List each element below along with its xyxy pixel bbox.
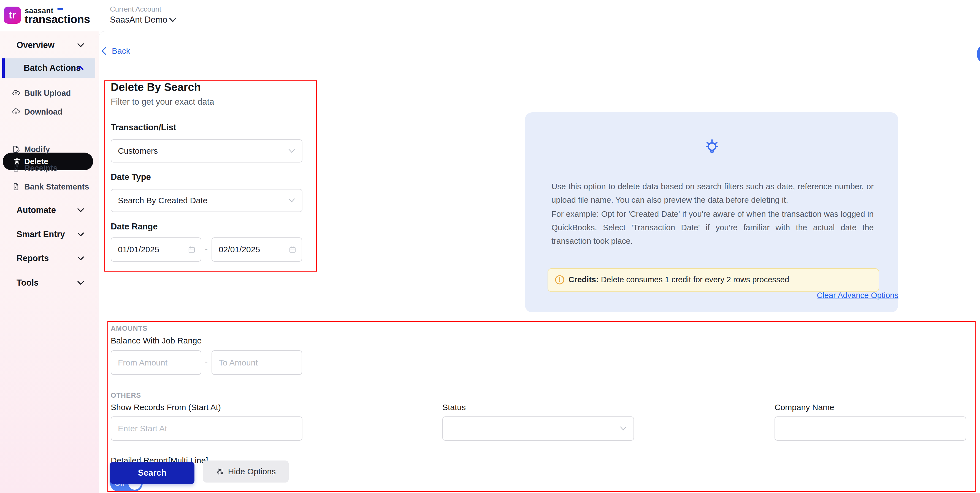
sliders-icon (216, 468, 224, 476)
sidebar-item-label: Tools (16, 278, 38, 288)
chevron-down-icon (77, 280, 84, 285)
edit-document-icon (11, 145, 21, 154)
sidebar-item-label: Download (24, 107, 62, 116)
company-name-label: Company Name (775, 403, 834, 412)
search-button[interactable]: Search (110, 462, 194, 484)
chevron-up-icon (76, 65, 84, 70)
sidebar-item-reports[interactable]: Reports (0, 251, 99, 266)
lightbulb-icon (703, 137, 721, 156)
sidebar-item-bank-statements[interactable]: Bank Statements (0, 179, 99, 194)
brand-accent-mark (57, 8, 64, 10)
clear-advance-options-link[interactable]: Clear Advance Options (551, 291, 899, 300)
quick-tip-body-1: Use this option to delete data based on … (551, 180, 874, 207)
status-label: Status (442, 403, 466, 412)
page-subtitle: Filter to get your exact data (111, 97, 214, 107)
chevron-down-icon (77, 43, 84, 48)
sidebar-item-receipts[interactable]: Receipts (0, 160, 99, 176)
credits-text: Credits: Delete consumes 1 credit for ev… (568, 275, 789, 284)
sidebar-item-label: Receipts (24, 164, 57, 173)
balance-range-label: Balance With Job Range (111, 336, 202, 345)
back-button[interactable]: Back (101, 46, 130, 56)
quick-tip-body-2: For example: Opt for 'Created Date' if y… (551, 207, 874, 248)
sidebar-item-label: Smart Entry (16, 229, 65, 239)
from-amount-input[interactable] (111, 350, 201, 375)
credits-label: Credits: (568, 275, 599, 284)
search-button-label: Search (138, 468, 166, 478)
hide-options-button[interactable]: Hide Options (203, 461, 289, 482)
sidebar-item-automate[interactable]: Automate (0, 203, 99, 217)
sidebar-item-overview[interactable]: Overview (0, 38, 99, 52)
chevron-down-icon[interactable] (169, 17, 177, 23)
sidebar-item-label: Automate (16, 205, 56, 215)
sidebar-item-label: Bank Statements (24, 182, 89, 191)
date-type-label: Date Type (111, 172, 151, 182)
current-account-value[interactable]: SaasAnt Demo (110, 15, 167, 25)
range-separator: - (203, 244, 210, 253)
range-separator: - (203, 357, 210, 366)
date-type-select[interactable]: Search By Created Date (111, 189, 302, 212)
amounts-section-header: AMOUNTS (111, 324, 147, 332)
brand-name-bottom: transactions (24, 13, 90, 26)
sidebar-item-label: Overview (16, 40, 54, 50)
sidebar: Overview Batch Actions Bulk Upload Downl… (0, 32, 99, 493)
start-at-input[interactable] (111, 417, 302, 441)
date-from-field[interactable] (111, 237, 201, 262)
sidebar-item-label: Reports (16, 253, 49, 263)
back-label: Back (112, 46, 130, 56)
transaction-list-select[interactable]: Customers (111, 139, 302, 162)
chevron-left-icon (101, 47, 107, 55)
document-icon (11, 164, 21, 172)
info-circle-icon (554, 274, 565, 285)
transaction-list-label: Transaction/List (111, 122, 176, 132)
chevron-down-icon (288, 149, 295, 153)
date-from-input[interactable] (111, 237, 201, 262)
brand-logo-icon[interactable]: tr (4, 6, 21, 24)
sidebar-item-batch-actions[interactable]: Batch Actions (2, 58, 95, 78)
credits-message: Delete consumes 1 credit for every 2 row… (599, 275, 789, 284)
chevron-down-icon (620, 426, 627, 431)
sidebar-item-label: Batch Actions (24, 63, 81, 73)
date-range-label: Date Range (111, 222, 158, 232)
sidebar-item-modify[interactable]: Modify (0, 142, 99, 157)
page-title: Delete By Search (111, 81, 201, 93)
chevron-down-icon (288, 198, 295, 203)
sidebar-item-label: Bulk Upload (24, 89, 71, 98)
sidebar-item-smart-entry[interactable]: Smart Entry (0, 227, 99, 242)
sidebar-item-label: Modify (24, 145, 50, 154)
hide-options-label: Hide Options (228, 467, 276, 476)
header: tr saasant transactions Current Account … (0, 0, 980, 32)
start-at-label: Show Records From (Start At) (111, 403, 221, 412)
company-name-input[interactable] (775, 417, 966, 441)
chevron-down-icon (77, 256, 84, 261)
app-window: tr saasant transactions Current Account … (0, 0, 980, 493)
sidebar-item-download[interactable]: Download (0, 104, 99, 119)
document-icon (11, 182, 21, 191)
cloud-upload-icon (11, 89, 21, 97)
sidebar-item-tools[interactable]: Tools (0, 276, 99, 290)
chevron-down-icon (77, 232, 84, 237)
current-account-label: Current Account (110, 5, 161, 13)
transaction-list-value: Customers (118, 146, 158, 156)
date-to-input[interactable] (212, 237, 302, 262)
status-select[interactable] (442, 417, 634, 441)
date-type-value: Search By Created Date (118, 196, 207, 205)
sidebar-item-bulk-upload[interactable]: Bulk Upload (0, 85, 99, 101)
chevron-down-icon (77, 208, 84, 213)
others-section-header: OTHERS (111, 391, 141, 399)
cloud-download-icon (11, 107, 21, 116)
to-amount-input[interactable] (212, 350, 302, 375)
date-to-field[interactable] (212, 237, 302, 262)
brand-logo-text: tr (9, 10, 16, 21)
